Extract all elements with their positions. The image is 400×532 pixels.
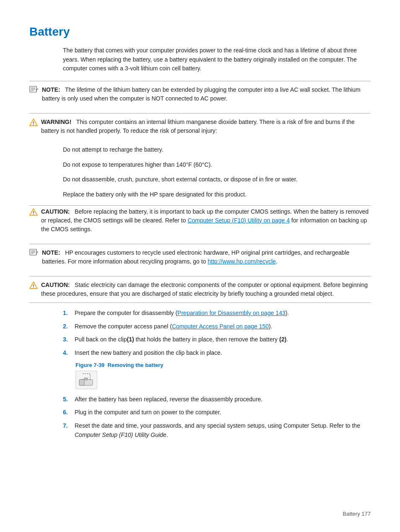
- warning-1-text: WARNING! This computer contains an inter…: [41, 118, 371, 135]
- note-block-2: NOTE: HP encourages customers to recycle…: [29, 244, 371, 270]
- step-1-link[interactable]: Preparation for Disassembly on page 143: [177, 310, 286, 316]
- intro-paragraph: The battery that comes with your compute…: [63, 46, 371, 73]
- note-block-1: NOTE: The lifetime of the lithium batter…: [29, 81, 371, 107]
- steps-list-1: 1. Prepare the computer for disassembly …: [63, 309, 371, 358]
- step-3-num: 3.: [63, 335, 75, 344]
- note-icon-2: [29, 249, 39, 259]
- step-1-num: 1.: [63, 309, 75, 318]
- step-2-num: 2.: [63, 322, 75, 331]
- step-1: 1. Prepare the computer for disassembly …: [63, 309, 371, 318]
- svg-rect-16: [79, 380, 84, 385]
- page-footer: Battery 177: [343, 511, 371, 517]
- warning-1-label: WARNING!: [41, 119, 71, 125]
- step-2: 2. Remove the computer access panel (Com…: [63, 322, 371, 331]
- step-4: 4. Insert the new battery and position t…: [63, 349, 371, 358]
- note-icon-1: [29, 86, 39, 96]
- page-content: Battery The battery that comes with your…: [0, 0, 400, 469]
- figure-block: Figure 7-39 Removing the battery: [75, 362, 371, 389]
- step-3: 3. Pull back on the clip(1) that holds t…: [63, 335, 371, 344]
- step-4-content: Insert the new battery and position the …: [75, 349, 371, 358]
- warning-bullet-1: Do not attempt to recharge the battery.: [63, 145, 371, 155]
- note-1-text: NOTE: The lifetime of the lithium batter…: [42, 85, 371, 103]
- step-1-content: Prepare the computer for disassembly (Pr…: [75, 309, 371, 318]
- warning-bullet-4: Replace the battery only with the HP spa…: [63, 190, 371, 199]
- note-2-label: NOTE:: [42, 249, 60, 256]
- note-1-label: NOTE:: [42, 86, 60, 93]
- svg-text:!: !: [33, 121, 34, 126]
- warning-bullet-3: Do not disassemble, crush, puncture, sho…: [63, 175, 371, 184]
- figure-image: [75, 371, 97, 389]
- step-7: 7. Reset the date and time, your passwor…: [63, 421, 371, 439]
- warning-triangle-icon-1: !: [29, 118, 38, 129]
- step-5: 5. After the battery has been replaced, …: [63, 395, 371, 404]
- caution-block-1: ! CAUTION: Before replacing the battery,…: [29, 205, 371, 238]
- step-7-num: 7.: [63, 421, 75, 431]
- warning-block-1: ! WARNING! This computer contains an int…: [29, 113, 371, 139]
- steps-list-2: 5. After the battery has been replaced, …: [63, 395, 371, 440]
- warning-bullet-2: Do not expose to temperatures higher tha…: [63, 160, 371, 170]
- caution-block-2: ! CAUTION: Static electricity can damage…: [29, 276, 371, 303]
- step-5-content: After the battery has been replaced, rev…: [75, 395, 371, 404]
- step-3-content: Pull back on the clip(1) that holds the …: [75, 335, 371, 344]
- step-2-link[interactable]: Computer Access Panel on page 150: [172, 323, 269, 330]
- figure-label: Figure 7-39 Removing the battery: [75, 362, 371, 368]
- step-4-num: 4.: [63, 349, 75, 358]
- step-5-num: 5.: [63, 395, 75, 404]
- caution-2-text: CAUTION: Static electricity can damage t…: [41, 281, 371, 298]
- caution-1-link[interactable]: Computer Setup (F10) Utility on page 4: [187, 217, 290, 224]
- svg-rect-15: [84, 378, 88, 380]
- page-title: Battery: [29, 25, 371, 39]
- step-6-content: Plug in the computer and turn on power t…: [75, 408, 371, 417]
- caution-triangle-icon-1: !: [29, 208, 38, 219]
- caution-1-label: CAUTION:: [41, 208, 70, 215]
- note-2-text: NOTE: HP encourages customers to recycle…: [42, 248, 371, 266]
- note-2-link[interactable]: http://www.hp.com/recycle: [208, 258, 276, 265]
- step-7-content: Reset the date and time, your passwords,…: [75, 421, 371, 439]
- caution-2-label: CAUTION:: [41, 281, 70, 288]
- caution-triangle-icon-2: !: [29, 281, 38, 292]
- step-6: 6. Plug in the computer and turn on powe…: [63, 408, 371, 417]
- svg-text:!: !: [33, 210, 34, 215]
- warning-bullets: Do not attempt to recharge the battery. …: [63, 145, 371, 199]
- caution-1-text: CAUTION: Before replacing the battery, i…: [41, 207, 371, 234]
- step-6-num: 6.: [63, 408, 75, 417]
- svg-text:!: !: [33, 284, 34, 288]
- step-2-content: Remove the computer access panel (Comput…: [75, 322, 371, 331]
